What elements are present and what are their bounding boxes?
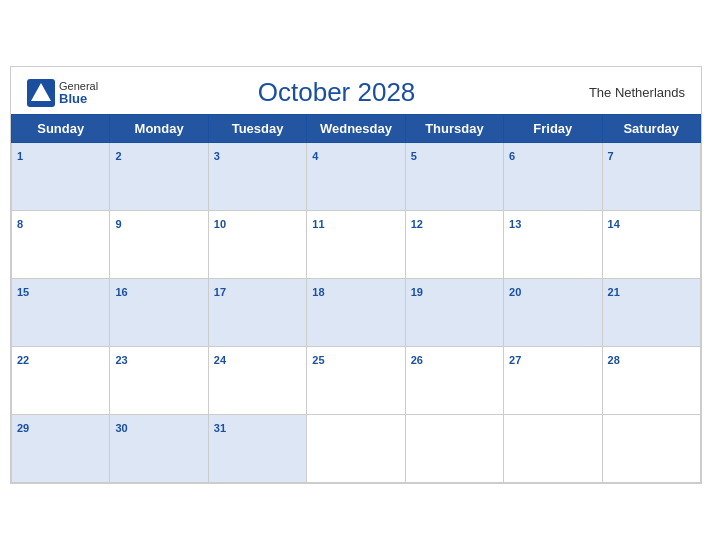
calendar-day-cell <box>602 415 700 483</box>
calendar-day-cell: 17 <box>208 279 306 347</box>
day-number: 29 <box>17 422 29 434</box>
calendar-day-cell: 6 <box>504 143 602 211</box>
calendar-day-cell: 3 <box>208 143 306 211</box>
day-number: 5 <box>411 150 417 162</box>
day-headers-row: Sunday Monday Tuesday Wednesday Thursday… <box>12 115 701 143</box>
calendar-day-cell: 14 <box>602 211 700 279</box>
calendar-day-cell: 16 <box>110 279 208 347</box>
header-tuesday: Tuesday <box>208 115 306 143</box>
calendar-day-cell: 21 <box>602 279 700 347</box>
generalblue-logo-icon <box>27 79 55 107</box>
day-number: 14 <box>608 218 620 230</box>
day-number: 23 <box>115 354 127 366</box>
calendar-day-cell <box>405 415 503 483</box>
calendar-day-cell: 28 <box>602 347 700 415</box>
day-number: 30 <box>115 422 127 434</box>
calendar-body: 1234567891011121314151617181920212223242… <box>12 143 701 483</box>
calendar-week-row: 891011121314 <box>12 211 701 279</box>
calendar-day-cell: 23 <box>110 347 208 415</box>
calendar-week-row: 15161718192021 <box>12 279 701 347</box>
header-friday: Friday <box>504 115 602 143</box>
logo-area: General Blue <box>27 79 98 107</box>
calendar-day-cell: 5 <box>405 143 503 211</box>
calendar-day-cell: 7 <box>602 143 700 211</box>
day-number: 10 <box>214 218 226 230</box>
calendar-day-cell: 25 <box>307 347 405 415</box>
calendar-day-cell: 24 <box>208 347 306 415</box>
day-number: 7 <box>608 150 614 162</box>
day-number: 11 <box>312 218 324 230</box>
header-thursday: Thursday <box>405 115 503 143</box>
calendar-day-cell: 10 <box>208 211 306 279</box>
day-number: 3 <box>214 150 220 162</box>
calendar-header: General Blue October 2028 The Netherland… <box>11 67 701 114</box>
day-number: 4 <box>312 150 318 162</box>
day-number: 12 <box>411 218 423 230</box>
calendar-day-cell: 4 <box>307 143 405 211</box>
calendar-week-row: 293031 <box>12 415 701 483</box>
day-number: 1 <box>17 150 23 162</box>
calendar-day-cell: 26 <box>405 347 503 415</box>
day-number: 9 <box>115 218 121 230</box>
day-number: 18 <box>312 286 324 298</box>
day-number: 28 <box>608 354 620 366</box>
day-number: 21 <box>608 286 620 298</box>
day-number: 19 <box>411 286 423 298</box>
logo-general-text: General <box>59 81 98 92</box>
country-label: The Netherlands <box>575 85 685 100</box>
calendar-day-cell: 31 <box>208 415 306 483</box>
day-number: 25 <box>312 354 324 366</box>
day-number: 26 <box>411 354 423 366</box>
calendar-day-cell: 19 <box>405 279 503 347</box>
calendar-day-cell: 18 <box>307 279 405 347</box>
day-number: 27 <box>509 354 521 366</box>
calendar-day-cell <box>504 415 602 483</box>
month-title: October 2028 <box>98 77 575 108</box>
calendar-table: Sunday Monday Tuesday Wednesday Thursday… <box>11 114 701 483</box>
calendar-day-cell: 2 <box>110 143 208 211</box>
calendar-day-cell: 27 <box>504 347 602 415</box>
calendar-day-cell: 22 <box>12 347 110 415</box>
calendar-week-row: 22232425262728 <box>12 347 701 415</box>
calendar-day-cell <box>307 415 405 483</box>
day-number: 17 <box>214 286 226 298</box>
calendar-day-cell: 29 <box>12 415 110 483</box>
calendar-week-row: 1234567 <box>12 143 701 211</box>
day-number: 20 <box>509 286 521 298</box>
day-number: 24 <box>214 354 226 366</box>
calendar-day-cell: 15 <box>12 279 110 347</box>
calendar-day-cell: 1 <box>12 143 110 211</box>
logo-blue-text: Blue <box>59 92 98 105</box>
logo-text: General Blue <box>59 81 98 105</box>
day-number: 15 <box>17 286 29 298</box>
day-number: 16 <box>115 286 127 298</box>
calendar-day-cell: 13 <box>504 211 602 279</box>
calendar-day-cell: 8 <box>12 211 110 279</box>
day-number: 8 <box>17 218 23 230</box>
day-number: 31 <box>214 422 226 434</box>
day-number: 2 <box>115 150 121 162</box>
header-saturday: Saturday <box>602 115 700 143</box>
header-sunday: Sunday <box>12 115 110 143</box>
calendar-day-cell: 30 <box>110 415 208 483</box>
calendar-container: General Blue October 2028 The Netherland… <box>10 66 702 484</box>
header-monday: Monday <box>110 115 208 143</box>
calendar-day-cell: 9 <box>110 211 208 279</box>
calendar-day-cell: 20 <box>504 279 602 347</box>
header-wednesday: Wednesday <box>307 115 405 143</box>
day-number: 13 <box>509 218 521 230</box>
day-number: 22 <box>17 354 29 366</box>
day-number: 6 <box>509 150 515 162</box>
calendar-day-cell: 11 <box>307 211 405 279</box>
calendar-day-cell: 12 <box>405 211 503 279</box>
